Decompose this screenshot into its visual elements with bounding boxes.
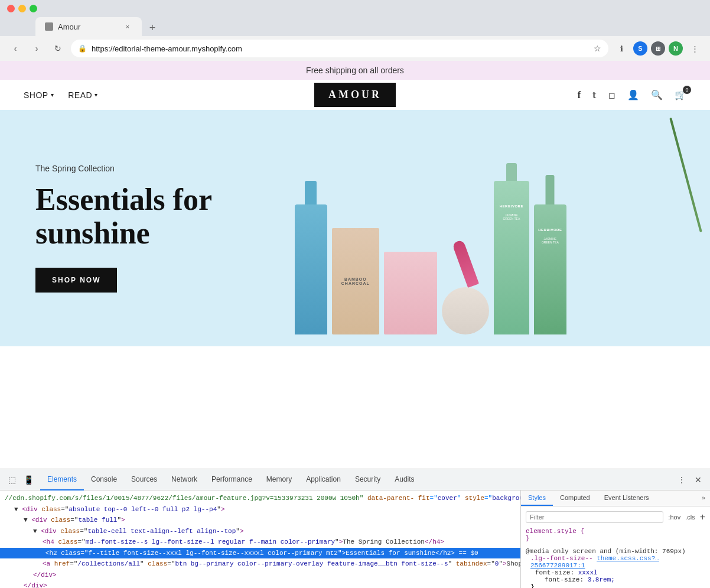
tab-audits[interactable]: Audits — [387, 469, 421, 490]
tab-application[interactable]: Application — [299, 469, 348, 490]
search-icon[interactable]: 🔍 — [651, 89, 663, 100]
new-tab-button[interactable]: + — [144, 20, 161, 36]
filter-add-button[interactable]: + — [700, 512, 705, 522]
toolbar-icons: ℹ S ⊞ N ⋮ — [613, 40, 703, 57]
tab-security[interactable]: Security — [348, 469, 387, 490]
tab-performance[interactable]: Performance — [204, 469, 259, 490]
style-prop-fontsize-rem: font-size: 3.8rem; — [526, 576, 705, 583]
filter-input[interactable] — [526, 511, 663, 523]
rose-stem — [669, 118, 702, 232]
code-line-3: ▼ <div class="table-cell text-align--lef… — [0, 526, 520, 537]
styles-tab-event-listeners[interactable]: Event Listeners — [597, 490, 656, 506]
style-rule-close-element: } — [526, 535, 705, 542]
tab-memory[interactable]: Memory — [259, 469, 299, 490]
devtools-right-controls: ⋮ ✕ — [675, 473, 705, 487]
facebook-icon[interactable]: f — [578, 90, 581, 100]
menu-icon[interactable]: ⋮ — [686, 40, 703, 57]
tab-elements[interactable]: Elements — [40, 469, 84, 490]
styles-tab-styles[interactable]: Styles — [521, 490, 553, 506]
tab-close-button[interactable]: × — [123, 22, 132, 31]
titlebar — [0, 0, 710, 17]
style-prop-fontsize-xxxl: font-size: xxxxl — [526, 569, 705, 576]
forward-button[interactable]: › — [28, 40, 45, 57]
browser-chrome: Amour × + ‹ › ↻ 🔒 https://editorial-them… — [0, 0, 710, 61]
account-icon[interactable]: 👤 — [627, 89, 639, 100]
product-box-1: BAMBOOCHARCOAL — [332, 228, 379, 334]
shop-label: SHOP — [24, 90, 48, 100]
product-display: BAMBOOCHARCOAL HERBIVORE JASMINEGREEN TE… — [295, 122, 566, 334]
shop-dropdown-icon: ▾ — [51, 92, 54, 98]
profile-n-icon[interactable]: N — [669, 41, 683, 56]
filter-cls-toggle[interactable]: .cls — [685, 514, 695, 521]
lock-icon: 🔒 — [78, 44, 87, 53]
tab-console[interactable]: Console — [84, 469, 124, 490]
announcement-text: Free shipping on all orders — [306, 66, 404, 75]
logo-container: AMOUR — [314, 83, 396, 107]
product-jar-1 — [442, 287, 489, 334]
media-link[interactable]: theme.scss.css?…256677289017:1 — [530, 555, 659, 569]
read-dropdown-icon: ▾ — [95, 92, 98, 98]
extensions-icon[interactable]: ⊞ — [651, 41, 665, 56]
shop-now-button[interactable]: SHOP NOW — [35, 268, 117, 293]
back-button[interactable]: ‹ — [7, 40, 24, 57]
profile-s-icon[interactable]: S — [633, 41, 647, 56]
info-icon[interactable]: ℹ — [613, 40, 630, 57]
style-rule-media: @media only screen and (min-width: 769px… — [526, 548, 705, 588]
shop-nav-item[interactable]: SHOP ▾ — [24, 90, 54, 100]
devtools-more-icon[interactable]: ⋮ — [675, 473, 689, 487]
devtools-content: //cdn.shopify.com/s/files/1/0015/4877/96… — [0, 490, 710, 588]
product-bottle-3: HERBIVORE JASMINEGREEN TEA — [534, 204, 566, 334]
product-bottle-1 — [295, 204, 327, 334]
bookmark-icon[interactable]: ☆ — [594, 44, 601, 53]
website-frame: Free shipping on all orders SHOP ▾ READ … — [0, 61, 710, 469]
devtools-cursor-icon[interactable]: ⬚ — [5, 473, 19, 487]
devtools-styles-panel: Styles Computed Event Listeners » :hov .… — [521, 490, 710, 588]
code-line-8: </div> — [0, 580, 520, 588]
styles-tab-more[interactable]: » — [697, 490, 710, 506]
site-header: SHOP ▾ READ ▾ AMOUR f 𝕥 ◻ 👤 🔍 🛒 0 — [0, 80, 710, 110]
devtools-device-icon[interactable]: 📱 — [21, 473, 35, 487]
hero-subtitle: The Spring Collection — [35, 164, 260, 173]
code-line-0: //cdn.shopify.com/s/files/1/0015/4877/96… — [0, 493, 520, 504]
nav-right: f 𝕥 ◻ 👤 🔍 🛒 0 — [578, 89, 686, 100]
code-line-6: <a href="/collections/all" class="btn bg… — [0, 558, 520, 570]
maximize-button[interactable] — [30, 5, 37, 12]
code-line-4: <h4 class="md--font-size--s lg--font-siz… — [0, 537, 520, 548]
style-rule-element: element.style { } — [526, 528, 705, 542]
browser-tab[interactable]: Amour × — [35, 17, 142, 36]
styles-tab-computed[interactable]: Computed — [553, 490, 597, 506]
close-button[interactable] — [7, 5, 15, 12]
media-query-text: @media only screen and (min-width: 769px… — [526, 548, 705, 555]
styles-tabs: Styles Computed Event Listeners » — [521, 490, 710, 506]
minimize-button[interactable] — [18, 5, 26, 12]
site-logo[interactable]: AMOUR — [314, 83, 396, 107]
read-nav-item[interactable]: READ ▾ — [68, 90, 97, 100]
tab-network[interactable]: Network — [164, 469, 204, 490]
instagram-icon[interactable]: ◻ — [608, 90, 615, 100]
code-line-7: </div> — [0, 570, 520, 581]
tab-bar: Amour × + — [0, 17, 710, 36]
prop-name-fontsize: font-size: — [535, 569, 578, 576]
hero-product-area: BAMBOOCHARCOAL HERBIVORE JASMINEGREEN TE… — [249, 110, 710, 346]
code-line-5-selected[interactable]: <h2 class="f--title font-size--xxxl lg--… — [0, 548, 520, 559]
reload-button[interactable]: ↻ — [50, 40, 66, 57]
filter-bar: :hov .cls + — [526, 511, 705, 523]
traffic-lights — [7, 5, 37, 12]
cart-icon[interactable]: 🛒 0 — [675, 89, 686, 100]
tab-sources[interactable]: Sources — [124, 469, 164, 490]
code-line-2: ▼ <div class="table full"> — [0, 515, 520, 526]
prop-fontsize-rem: font-size: 3.8rem; — [535, 576, 615, 583]
style-selector-element: element.style { — [526, 528, 705, 535]
nav-left: SHOP ▾ READ ▾ — [24, 90, 98, 100]
url-bar[interactable]: 🔒 https://editorial-theme-amour.myshopif… — [71, 40, 608, 57]
devtools-panel: ⬚ 📱 Elements Console Sources Network Per… — [0, 469, 710, 588]
tab-title: Amour — [58, 22, 118, 31]
media-sub-selector: .lg--font-size-- theme.scss.css?…2566772… — [526, 555, 705, 569]
url-text: https://editorial-theme-amour.myshopify.… — [92, 44, 589, 53]
hero-section: The Spring Collection Essentials for sun… — [0, 110, 710, 346]
devtools-html-panel[interactable]: //cdn.shopify.com/s/files/1/0015/4877/96… — [0, 490, 521, 588]
twitter-icon[interactable]: 𝕥 — [592, 90, 597, 100]
devtools-close-icon[interactable]: ✕ — [691, 473, 705, 487]
filter-hov-toggle[interactable]: :hov — [668, 514, 680, 521]
styles-content: :hov .cls + element.style { } @media onl… — [521, 506, 710, 588]
